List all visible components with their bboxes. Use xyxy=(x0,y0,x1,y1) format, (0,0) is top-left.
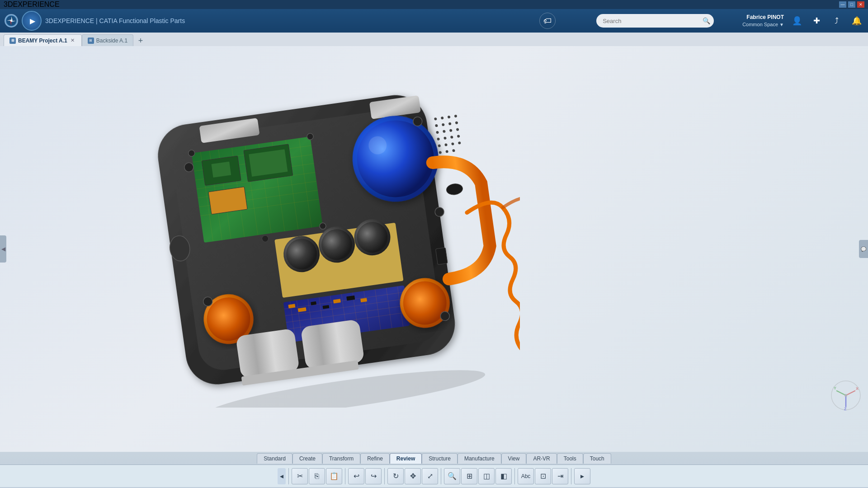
svg-point-44 xyxy=(442,123,445,127)
annotate-button[interactable]: ⊡ xyxy=(535,468,551,484)
minimize-button[interactable]: — xyxy=(839,1,846,8)
model-container xyxy=(0,46,868,452)
axis-indicator: X Y Z xyxy=(830,380,862,411)
svg-point-64 xyxy=(446,183,463,196)
fit-all-button[interactable]: ⊞ xyxy=(461,468,477,484)
toolbar-tab-standard[interactable]: Standard xyxy=(257,453,292,464)
copy-button[interactable]: ⎘ xyxy=(309,468,325,484)
zoom-in-button[interactable]: 🔍 xyxy=(444,468,460,484)
svg-point-58 xyxy=(458,141,461,145)
move-button[interactable]: ✥ xyxy=(405,468,421,484)
tabs-bar: ⊞ BEAMY Project A.1 ✕ ⊞ Backside A.1 + xyxy=(0,33,868,46)
svg-point-40 xyxy=(441,117,444,120)
toolbar-expand-left[interactable]: ◂ xyxy=(278,468,286,484)
svg-point-55 xyxy=(438,144,441,147)
scale-button[interactable]: ⤢ xyxy=(422,468,438,484)
svg-point-60 xyxy=(445,150,448,153)
toolbar-tab-touch[interactable]: Touch xyxy=(583,453,611,464)
workspace-label: Common Space ▼ xyxy=(742,21,784,28)
toolbar-tab-ar-vr[interactable]: AR-VR xyxy=(526,453,557,464)
toolbar-tab-transform[interactable]: Transform xyxy=(322,453,360,464)
window-controls: — □ ✕ xyxy=(839,1,864,8)
view1-button[interactable]: ◫ xyxy=(478,468,495,484)
svg-line-112 xyxy=(837,391,846,395)
tab-icon-backside: ⊞ xyxy=(88,38,94,44)
search-input[interactable] xyxy=(596,14,714,28)
section-button[interactable]: ◧ xyxy=(495,468,512,484)
more-tools-button[interactable]: ▸ xyxy=(574,468,590,484)
svg-point-61 xyxy=(452,149,455,152)
svg-point-53 xyxy=(450,136,453,139)
notifications-button[interactable]: 🔔 xyxy=(850,14,863,28)
svg-point-43 xyxy=(435,124,438,127)
toolbar-separator-1 xyxy=(288,468,289,484)
cut-button[interactable]: ✂ xyxy=(292,468,308,484)
tab-beamy-project[interactable]: ⊞ BEAMY Project A.1 ✕ xyxy=(4,34,82,46)
svg-point-56 xyxy=(444,143,448,146)
svg-point-5 xyxy=(10,20,12,22)
search-icon-button[interactable]: 🔍 xyxy=(703,17,710,24)
svg-point-50 xyxy=(456,128,459,131)
app-title: 3DEXPERIENCE | CATIA Functional Plastic … xyxy=(45,17,185,24)
viewport[interactable]: ◀ 💬 X Y Z xyxy=(0,46,868,452)
measure-button[interactable]: Abc xyxy=(518,468,534,484)
window-title: 3DEXPERIENCE xyxy=(4,0,60,9)
toolbar-tab-refine[interactable]: Refine xyxy=(360,453,390,464)
tab-close-beamy[interactable]: ✕ xyxy=(70,38,76,44)
title-bar: 3DEXPERIENCE — □ ✕ xyxy=(0,0,868,9)
toolbar-tab-structure[interactable]: Structure xyxy=(422,453,458,464)
svg-point-41 xyxy=(448,116,451,119)
svg-point-54 xyxy=(457,135,460,138)
toolbar-separator-6 xyxy=(571,468,571,484)
svg-text:Y: Y xyxy=(834,386,836,390)
user-account-button[interactable]: 👤 xyxy=(790,14,804,28)
search-bar: 🔍 xyxy=(596,14,714,28)
user-info: Fabrice PINOT Common Space ▼ xyxy=(742,14,784,28)
svg-point-46 xyxy=(455,121,458,124)
toolbar-separator-5 xyxy=(514,468,515,484)
toolbar-separator-2 xyxy=(345,468,345,484)
toolbar-tab-manufacture[interactable]: Manufacture xyxy=(458,453,501,464)
svg-point-49 xyxy=(449,129,453,132)
svg-point-57 xyxy=(451,142,454,145)
svg-rect-32 xyxy=(208,187,247,215)
share-button[interactable]: ⤴ xyxy=(830,14,844,28)
toolbar-tab-review[interactable]: Review xyxy=(390,453,422,464)
svg-point-59 xyxy=(439,151,442,154)
rotate-button[interactable]: ↻ xyxy=(387,468,404,484)
right-comment-panel[interactable]: 💬 xyxy=(859,240,868,258)
svg-rect-109 xyxy=(435,248,448,265)
play-button[interactable] xyxy=(22,11,42,31)
svg-line-111 xyxy=(846,391,855,395)
export-button[interactable]: ⇥ xyxy=(552,468,568,484)
left-panel-toggle[interactable]: ◀ xyxy=(0,235,6,263)
toolbar-separator-4 xyxy=(441,468,441,484)
toolbar-tab-view[interactable]: View xyxy=(501,453,527,464)
header-right: Fabrice PINOT Common Space ▼ 👤 ✚ ⤴ 🔔 xyxy=(742,14,863,28)
undo-button[interactable]: ↩ xyxy=(348,468,364,484)
add-button[interactable]: ✚ xyxy=(810,14,824,28)
svg-text:Z: Z xyxy=(844,407,847,411)
close-button[interactable]: ✕ xyxy=(857,1,864,8)
svg-point-48 xyxy=(443,130,446,133)
tab-label-backside: Backside A.1 xyxy=(96,38,127,44)
svg-text:X: X xyxy=(856,386,859,391)
bookmark-icon[interactable]: 🏷 xyxy=(539,13,556,29)
toolbar-tab-create[interactable]: Create xyxy=(292,453,322,464)
svg-point-47 xyxy=(436,131,439,134)
paste-button[interactable]: 📋 xyxy=(326,468,342,484)
add-tab-button[interactable]: + xyxy=(135,35,146,46)
bottom-toolbar: Standard Create Transform Refine Review … xyxy=(0,452,868,488)
tab-icon-beamy: ⊞ xyxy=(9,38,16,44)
svg-point-51 xyxy=(437,137,440,141)
svg-point-39 xyxy=(434,117,437,121)
compass-logo[interactable] xyxy=(5,14,18,28)
toolbar-tab-tools[interactable]: Tools xyxy=(557,453,583,464)
svg-point-42 xyxy=(454,115,458,118)
tab-backside[interactable]: ⊞ Backside A.1 xyxy=(82,34,133,46)
maximize-button[interactable]: □ xyxy=(848,1,855,8)
redo-button[interactable]: ↪ xyxy=(365,468,382,484)
toolbar-icons: ◂ ✂ ⎘ 📋 ↩ ↪ ↻ ✥ ⤢ 🔍 ⊞ ◫ ◧ Abc ⊡ ⇥ ▸ xyxy=(0,465,868,487)
toolbar-tabs: Standard Create Transform Refine Review … xyxy=(0,452,868,465)
svg-point-45 xyxy=(448,122,452,125)
